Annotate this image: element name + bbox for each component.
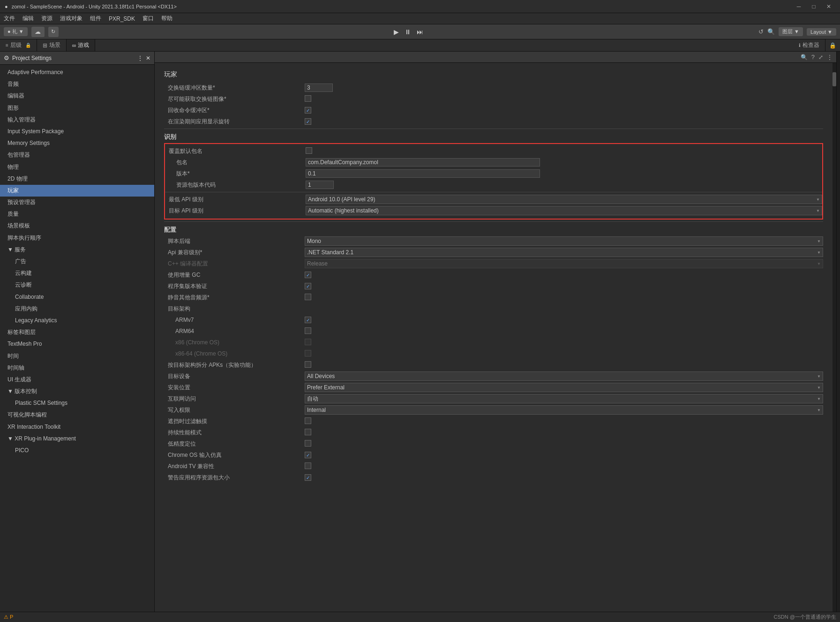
cpp-compiler-dropdown[interactable]: Release [305,259,823,268]
collab-icon[interactable]: ↻ [48,27,59,37]
close-button[interactable]: ✕ [822,0,835,13]
sidebar-item-memory-settings[interactable]: Memory Settings [0,137,154,149]
split-arch-checkbox[interactable] [305,361,311,368]
sidebar-item-in-app-purchasing[interactable]: 应用内购 [0,303,154,315]
sidebar-item-ui-builder[interactable]: UI 生成器 [0,374,154,386]
mute-audio-checkbox[interactable] [305,294,311,300]
sidebar-item-audio[interactable]: 音频 [0,78,154,90]
sidebar-item-script-execution[interactable]: 脚本执行顺序 [0,232,154,244]
ps-close-icon[interactable]: ✕ [146,55,150,61]
search-button[interactable]: 🔍 [767,28,775,35]
assembly-validation-checkbox[interactable] [305,283,311,289]
internet-access-dropdown[interactable]: 自动 [305,394,823,403]
x86-checkbox[interactable] [305,339,311,345]
recycle-buffer-checkbox[interactable] [305,107,311,114]
sidebar-item-services[interactable]: ▼ 服务 [0,244,154,256]
sidebar-item-collaborate[interactable]: Collaborate [0,291,154,303]
sidebar-item-plastic-scm[interactable]: Plastic SCM Settings [0,397,154,409]
sidebar-item-version-control[interactable]: ▼ 版本控制 [0,386,154,397]
sidebar-item-xr-interaction[interactable]: XR Interaction Toolkit [0,421,154,433]
sidebar-item-time[interactable]: 时间 [0,350,154,362]
sidebar-item-preset-manager[interactable]: 预设管理器 [0,197,154,208]
try-acquire-checkbox[interactable] [305,95,311,102]
menu-component[interactable]: 组件 [90,15,101,23]
sidebar-item-ads[interactable]: 广告 [0,256,154,267]
pause-button[interactable]: ⏸ [405,28,411,36]
sustained-perf-checkbox[interactable] [305,429,311,435]
sidebar-item-scene-templates[interactable]: 场景模板 [0,220,154,232]
armv7-checkbox[interactable] [305,317,311,323]
sidebar-item-player[interactable]: 玩家 [0,185,154,197]
content-scrollbar[interactable] [832,63,836,612]
incremental-gc-checkbox[interactable] [305,272,311,278]
step-button[interactable]: ⏭ [417,28,423,36]
x8664-checkbox[interactable] [305,350,311,357]
layers-dropdown[interactable]: 图层 ▼ [779,27,803,36]
layout-dropdown[interactable]: Layout ▼ [807,28,836,36]
play-button[interactable]: ▶ [394,28,399,36]
menu-pxr-sdk[interactable]: PXR_SDK [109,15,135,22]
scene-panel-tab[interactable]: ⊞ 场景 [37,39,67,51]
show-spinner-checkbox[interactable] [305,118,311,125]
arm64-checkbox[interactable] [305,327,311,334]
history-button[interactable]: ↺ [758,28,764,35]
sidebar-item-editor[interactable]: 编辑器 [0,90,154,102]
menu-edit[interactable]: 编辑 [22,15,34,23]
package-name-input[interactable] [306,158,540,167]
swapchain-buffer-input[interactable] [305,83,333,92]
search-content-icon[interactable]: 🔍 [801,54,808,61]
write-permission-dropdown[interactable]: Internal [305,405,823,415]
cloud-button[interactable]: ☁ [31,27,45,37]
bundle-version-input[interactable] [306,181,334,189]
api-compat-dropdown[interactable]: .NET Standard 2.1 [305,248,823,257]
target-api-dropdown[interactable]: Automatic (highest installed) [306,206,822,215]
override-package-checkbox[interactable] [306,147,312,154]
sidebar-item-visual-scripting[interactable]: 可视化脚本编程 [0,409,154,421]
sidebar-item-tags-layers[interactable]: 标签和图层 [0,326,154,338]
sidebar-item-input-system-package[interactable]: Input System Package [0,126,154,137]
sidebar-item-textmesh-pro[interactable]: TextMesh Pro [0,338,154,350]
install-location-dropdown[interactable]: Prefer External [305,383,823,392]
menu-window[interactable]: 窗口 [142,15,154,23]
menu-file[interactable]: 文件 [4,15,15,23]
scroll-thumb[interactable] [832,72,836,86]
inspector-panel-tab[interactable]: ℹ 检查器 [793,39,825,51]
hierarchy-panel-tab[interactable]: ≡ 层级 🔒 [0,39,37,51]
help-icon[interactable]: ? [811,53,815,61]
maximize-button[interactable]: □ [807,0,820,13]
sidebar-item-physics[interactable]: 物理 [0,161,154,173]
sidebar-item-quality[interactable]: 质量 [0,208,154,220]
account-button[interactable]: ● 礼 ▼ [4,27,28,36]
sidebar-item-physics-2d[interactable]: 2D 物理 [0,173,154,185]
game-panel-tab[interactable]: ∞ 游戏 [67,39,96,51]
sidebar-item-package-manager[interactable]: 包管理器 [0,149,154,161]
sidebar-item-pico[interactable]: PICO [0,445,154,456]
sidebar-item-legacy-analytics[interactable]: Legacy Analytics [0,315,154,326]
target-device-dropdown[interactable]: All Devices [305,372,823,381]
menu-assets[interactable]: 资源 [41,15,52,23]
chrome-os-input-checkbox[interactable] [305,452,311,458]
sidebar-item-timeline[interactable]: 时间轴 [0,362,154,374]
sidebar-item-cloud-build[interactable]: 云构建 [0,267,154,279]
sidebar-item-graphics[interactable]: 图形 [0,102,154,114]
inspector-lock-icon[interactable]: 🔒 [825,42,840,49]
android-tv-checkbox[interactable] [305,463,311,469]
open-in-editor-icon[interactable]: ⤢ [818,54,823,61]
sidebar-item-cloud-diagnostics[interactable]: 云诊断 [0,279,154,291]
content-scroll[interactable]: 玩家 交换链缓冲区数量* 尽可能获取交换链图像* 回收命令缓冲区* [155,63,832,612]
minimize-button[interactable]: ─ [792,0,805,13]
content-menu-icon[interactable]: ⋮ [827,54,832,61]
version-input[interactable] [306,169,540,178]
scripting-backend-dropdown[interactable]: Mono [305,236,823,246]
filter-touches-checkbox[interactable] [305,417,311,424]
cpp-compiler-text: Release [307,260,815,267]
sidebar-item-input-manager[interactable]: 输入管理器 [0,114,154,126]
warning-bundle-checkbox[interactable] [305,474,311,481]
low-accuracy-checkbox[interactable] [305,440,311,447]
menu-help[interactable]: 帮助 [161,15,172,23]
min-api-dropdown[interactable]: Android 10.0 (API level 29) [306,195,822,204]
sidebar-item-adaptive-performance[interactable]: Adaptive Performance [0,67,154,78]
ps-menu-icon[interactable]: ⋮ [137,55,143,61]
sidebar-item-xr-plugin[interactable]: ▼ XR Plug-in Management [0,433,154,445]
menu-gameobject[interactable]: 游戏对象 [60,15,82,23]
